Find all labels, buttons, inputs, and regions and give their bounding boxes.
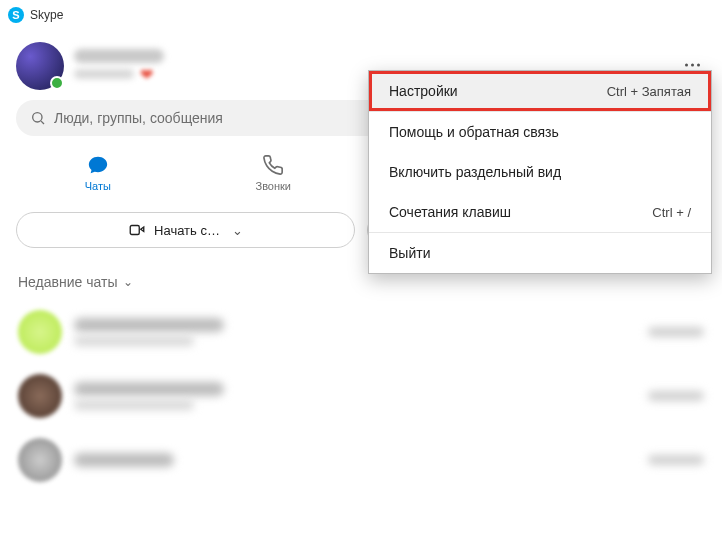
start-meeting-button[interactable]: Начать с… ⌄: [16, 212, 355, 248]
menu-item-label: Помощь и обратная связь: [389, 124, 559, 140]
menu-item-hint: Ctrl + /: [652, 205, 691, 220]
menu-item-settings[interactable]: Настройки Ctrl + Запятая: [369, 71, 711, 111]
skype-icon: S: [8, 7, 24, 23]
tab-calls[interactable]: Звонки: [186, 154, 362, 192]
svg-line-1: [41, 121, 44, 124]
list-item[interactable]: [6, 300, 716, 364]
tab-label: Звонки: [255, 180, 291, 192]
heart-icon: ❤: [140, 65, 153, 84]
tab-chats[interactable]: Чаты: [10, 154, 186, 192]
menu-item-label: Сочетания клавиш: [389, 204, 511, 220]
search-placeholder: Люди, группы, сообщения: [54, 110, 223, 126]
title-bar: S Skype: [0, 0, 722, 30]
menu-item-signout[interactable]: Выйти: [369, 233, 711, 273]
menu-item-hint: Ctrl + Запятая: [607, 84, 691, 99]
list-item[interactable]: [6, 364, 716, 428]
menu-item-shortcuts[interactable]: Сочетания клавиш Ctrl + /: [369, 192, 711, 232]
chat-list: [0, 300, 722, 492]
avatar[interactable]: [16, 42, 64, 90]
tab-label: Чаты: [85, 180, 111, 192]
app-title: Skype: [30, 8, 63, 22]
menu-item-label: Выйти: [389, 245, 430, 261]
button-label: Начать с…: [154, 223, 220, 238]
svg-rect-4: [130, 226, 139, 235]
profile-text: ❤: [74, 49, 164, 84]
menu-item-label: Включить раздельный вид: [389, 164, 561, 180]
menu-item-split-view[interactable]: Включить раздельный вид: [369, 152, 711, 192]
phone-icon: [262, 154, 284, 176]
video-icon: [128, 221, 146, 239]
presence-dot: [50, 76, 64, 90]
chevron-down-icon: ⌄: [232, 223, 243, 238]
more-context-menu: Настройки Ctrl + Запятая Помощь и обратн…: [368, 70, 712, 274]
chat-icon: [87, 154, 109, 176]
menu-item-label: Настройки: [389, 83, 458, 99]
chevron-down-icon: ⌄: [123, 275, 133, 289]
menu-item-help[interactable]: Помощь и обратная связь: [369, 112, 711, 152]
search-icon: [30, 110, 46, 126]
section-label: Недавние чаты: [18, 274, 117, 290]
list-item[interactable]: [6, 428, 716, 492]
svg-point-0: [33, 113, 42, 122]
